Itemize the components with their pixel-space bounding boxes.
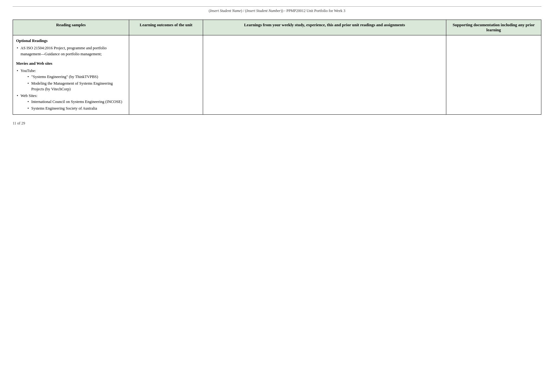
websites-sub-list: International Council on Systems Enginee… bbox=[21, 99, 126, 112]
page-number: 11 of 29 bbox=[13, 121, 25, 125]
col-header-learnings: Learnings from your weekly study, experi… bbox=[203, 20, 446, 35]
student-number: Insert Student Number bbox=[246, 9, 281, 13]
page-footer: 11 of 29 bbox=[13, 121, 541, 126]
col-header-learning: Learning outcomes of the unit bbox=[129, 20, 203, 35]
reading-cell: Optional Readings AS ISO 21504:2016 Proj… bbox=[13, 35, 129, 115]
optional-readings-list: AS ISO 21504:2016 Project, programme and… bbox=[16, 45, 126, 57]
learnings-cell bbox=[203, 35, 446, 115]
main-table: Reading samples Learning outcomes of the… bbox=[13, 20, 541, 115]
supporting-cell bbox=[446, 35, 541, 115]
learning-outcomes-cell bbox=[129, 35, 203, 115]
page-header: (Insert Student Name) / (Insert Student … bbox=[13, 6, 541, 13]
list-item: Modeling the Management of Systems Engin… bbox=[27, 81, 126, 93]
list-item: "Systems Engineering" (by ThinkTVPBS) bbox=[27, 74, 126, 80]
header-suffix: ) - PPMP20012 Unit Portfolio for Week 3 bbox=[282, 9, 345, 13]
col-header-reading: Reading samples bbox=[13, 20, 129, 35]
list-item-websties: Web Sites: International Council on Syst… bbox=[16, 93, 126, 111]
list-item: Systems Engineering Society of Australia bbox=[27, 106, 126, 112]
student-name: Insert Student Name bbox=[210, 9, 241, 13]
list-item: AS ISO 21504:2016 Project, programme and… bbox=[16, 45, 126, 57]
youtube-sub-list: "Systems Engineering" (by ThinkTVPBS) Mo… bbox=[21, 74, 126, 92]
optional-readings-title: Optional Readings bbox=[16, 38, 126, 44]
movies-websites-list: YouTube: "Systems Engineering" (by Think… bbox=[16, 68, 126, 111]
col-header-supporting: Supporting documentation including any p… bbox=[446, 20, 541, 35]
list-item-youtube: YouTube: "Systems Engineering" (by Think… bbox=[16, 68, 126, 92]
list-item: International Council on Systems Enginee… bbox=[27, 99, 126, 105]
table-row: Optional Readings AS ISO 21504:2016 Proj… bbox=[13, 35, 541, 115]
movies-webites-title: Movies and Web sites bbox=[16, 61, 126, 67]
